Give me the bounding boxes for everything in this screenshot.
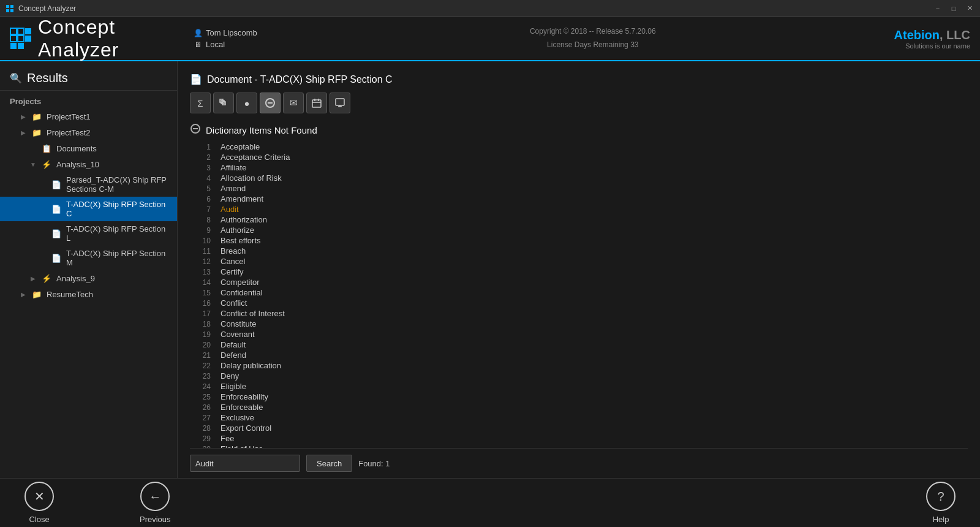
layers-button[interactable] xyxy=(213,93,234,113)
doc-title: Document - T-ADC(X) Ship RFP Section C xyxy=(207,74,393,85)
item-number: 26 xyxy=(190,403,221,412)
list-item: 28Export Control xyxy=(190,423,968,433)
sidebar-item-analysis9[interactable]: ▶ ⚡ Analysis_9 xyxy=(0,270,177,286)
parsed-label: Parsed_T-ADC(X) Ship RFP Sections C-M xyxy=(66,175,167,194)
list-item: 26Enforceable xyxy=(190,402,968,412)
list-item: 2Acceptance Criteria xyxy=(190,152,968,162)
sidebar-item-projecttest2[interactable]: ▶ 📁 ProjectTest2 xyxy=(0,124,177,140)
item-text: Enforceability xyxy=(221,392,268,401)
item-number: 25 xyxy=(190,393,221,401)
license-text: License Days Remaining 33 xyxy=(292,39,894,52)
item-number: 24 xyxy=(190,382,221,391)
expand-icon xyxy=(39,205,47,213)
list-item: 21Defend xyxy=(190,350,968,360)
item-number: 17 xyxy=(190,309,221,318)
list-item: 20Default xyxy=(190,339,968,350)
results-icon: 🔍 xyxy=(10,72,22,84)
sidebar-item-parsed[interactable]: 📄 Parsed_T-ADC(X) Ship RFP Sections C-M xyxy=(0,172,177,197)
circle-button[interactable]: ● xyxy=(236,93,257,113)
file-icon: 📄 xyxy=(51,253,61,263)
screen-button[interactable] xyxy=(330,93,350,113)
calendar-button[interactable] xyxy=(306,93,327,113)
maximize-button[interactable]: □ xyxy=(948,3,959,14)
list-item: 16Conflict xyxy=(190,298,968,308)
svg-rect-10 xyxy=(10,43,17,49)
sidebar-item-section-m[interactable]: 📄 T-ADC(X) Ship RFP Section M xyxy=(0,246,177,270)
list-item: 18Constitute xyxy=(190,319,968,329)
list-item: 23Deny xyxy=(190,371,968,381)
search-input[interactable] xyxy=(190,455,300,472)
sidebar-item-section-l[interactable]: 📄 T-ADC(X) Ship RFP Section L xyxy=(0,221,177,246)
envelope-button[interactable]: ✉ xyxy=(283,93,304,113)
list-item: 25Enforceability xyxy=(190,392,968,402)
sidebar-item-resumetech[interactable]: ▶ 📁 ResumeTech xyxy=(0,286,177,302)
item-text: Confidential xyxy=(221,288,263,297)
sidebar-item-analysis10[interactable]: ▼ ⚡ Analysis_10 xyxy=(0,156,177,172)
search-button[interactable]: Search xyxy=(306,455,352,472)
list-item: 3Affiliate xyxy=(190,162,968,173)
logo-icon xyxy=(10,28,32,50)
previous-button[interactable]: ← Previous xyxy=(140,482,171,524)
item-text: Affiliate xyxy=(221,163,246,172)
item-text: Best efforts xyxy=(221,236,261,245)
items-container[interactable]: 1Acceptable2Acceptance Criteria3Affiliat… xyxy=(190,142,968,448)
username: Tom Lipscomb xyxy=(206,28,257,37)
items-list: 1Acceptable2Acceptance Criteria3Affiliat… xyxy=(190,142,968,448)
file-icon: 📄 xyxy=(51,180,61,189)
item-number: 27 xyxy=(190,414,221,422)
list-item: 10Best efforts xyxy=(190,235,968,246)
close-window-button[interactable]: ✕ xyxy=(964,3,975,14)
svg-rect-5 xyxy=(18,28,24,34)
section-c-label: T-ADC(X) Ship RFP Section C xyxy=(66,200,167,218)
help-button[interactable]: ? Help xyxy=(926,482,956,524)
user-location: Local xyxy=(206,40,225,49)
folder-icon: 📁 xyxy=(32,289,42,299)
item-number: 21 xyxy=(190,351,221,360)
doc-header-icon: 📄 xyxy=(190,74,202,85)
doc-header: 📄 Document - T-ADC(X) Ship RFP Section C xyxy=(190,74,968,85)
item-number: 23 xyxy=(190,372,221,381)
search-bar: Search Found: 1 xyxy=(190,448,968,478)
item-text: Deny xyxy=(221,371,239,381)
svg-rect-1 xyxy=(10,5,13,8)
item-text: Amend xyxy=(221,184,246,193)
item-number: 11 xyxy=(190,247,221,256)
list-item: 9Authorize xyxy=(190,225,968,235)
sidebar-item-section-c[interactable]: 📄 T-ADC(X) Ship RFP Section C xyxy=(0,197,177,221)
item-text: Amendment xyxy=(221,194,263,203)
minimize-button[interactable]: − xyxy=(932,3,943,14)
expand-icon: ▶ xyxy=(20,113,27,120)
project-test1-label: ProjectTest1 xyxy=(47,112,91,121)
item-text: Authorization xyxy=(221,215,267,224)
close-label: Close xyxy=(29,515,49,524)
sidebar-item-documents[interactable]: 📋 Documents xyxy=(0,140,177,156)
lightning-icon: ⚡ xyxy=(42,159,51,169)
documents-label: Documents xyxy=(56,144,97,153)
expand-icon xyxy=(39,230,47,237)
list-item: 14Competitor xyxy=(190,277,968,287)
found-text: Found: 1 xyxy=(358,459,390,468)
list-item: 13Certify xyxy=(190,267,968,277)
list-item: 7Audit xyxy=(190,204,968,214)
close-button[interactable]: ✕ Close xyxy=(24,482,54,524)
sigma-button[interactable]: Σ xyxy=(190,93,211,113)
item-text: Cancel xyxy=(221,257,245,266)
copyright-info: Copyright © 2018 -- Release 5.7.20.06 Li… xyxy=(292,25,894,51)
resumetech-label: ResumeTech xyxy=(47,290,93,299)
window-controls[interactable]: − □ ✕ xyxy=(932,3,975,14)
user-info: 👤 Tom Lipscomb 🖥 Local xyxy=(194,28,292,49)
item-text: Exclusive xyxy=(221,413,254,422)
item-number: 12 xyxy=(190,257,221,266)
list-item: 15Confidential xyxy=(190,287,968,298)
sidebar-item-projecttest1[interactable]: ▶ 📁 ProjectTest1 xyxy=(0,108,177,124)
list-item: 4Allocation of Risk xyxy=(190,173,968,183)
item-text: Constitute xyxy=(221,319,257,328)
item-text: Conflict xyxy=(221,298,247,308)
brand-name: Atebion, LLC xyxy=(894,28,970,42)
circle-minus-button[interactable] xyxy=(260,93,281,113)
project-test2-label: ProjectTest2 xyxy=(47,128,91,137)
lightning-icon: ⚡ xyxy=(42,273,51,283)
svg-rect-0 xyxy=(6,5,9,8)
list-item: 1Acceptable xyxy=(190,142,968,152)
item-text: Competitor xyxy=(221,278,260,287)
